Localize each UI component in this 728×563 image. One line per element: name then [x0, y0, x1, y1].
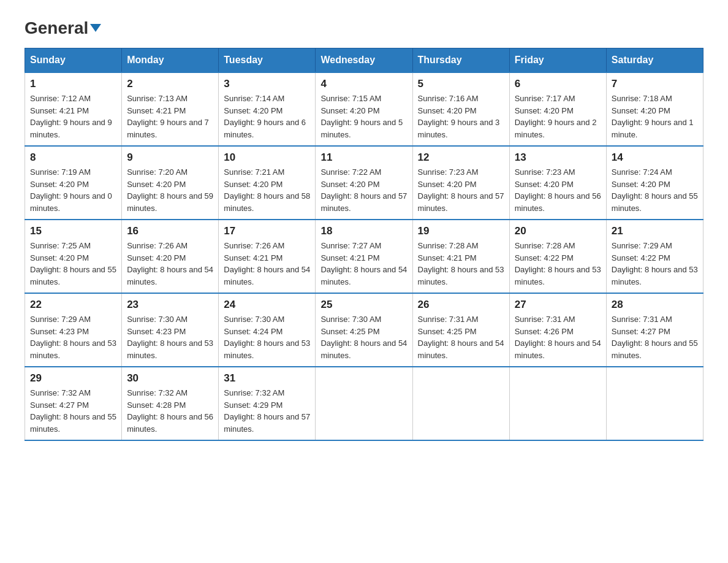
day-info: Sunrise: 7:21 AMSunset: 4:20 PMDaylight:…	[224, 167, 310, 213]
day-info: Sunrise: 7:30 AMSunset: 4:24 PMDaylight:…	[224, 315, 310, 360]
day-number: 12	[418, 151, 504, 164]
calendar-week-row: 8 Sunrise: 7:19 AMSunset: 4:20 PMDayligh…	[25, 146, 703, 220]
weekday-header-tuesday: Tuesday	[219, 48, 316, 73]
calendar-cell: 22 Sunrise: 7:29 AMSunset: 4:23 PMDaylig…	[25, 293, 122, 367]
day-number: 6	[515, 78, 601, 90]
calendar-cell: 3 Sunrise: 7:14 AMSunset: 4:20 PMDayligh…	[219, 72, 316, 146]
logo-triangle-icon	[90, 24, 101, 32]
calendar-week-row: 29 Sunrise: 7:32 AMSunset: 4:27 PMDaylig…	[25, 367, 703, 440]
day-info: Sunrise: 7:14 AMSunset: 4:20 PMDaylight:…	[224, 94, 306, 139]
weekday-header-thursday: Thursday	[412, 48, 509, 73]
calendar-cell	[606, 367, 703, 440]
logo-general-text: General	[25, 18, 88, 38]
day-number: 27	[515, 299, 601, 311]
calendar-cell: 4 Sunrise: 7:15 AMSunset: 4:20 PMDayligh…	[316, 72, 412, 146]
calendar-table: SundayMondayTuesdayWednesdayThursdayFrid…	[25, 48, 703, 441]
calendar-cell: 18 Sunrise: 7:27 AMSunset: 4:21 PMDaylig…	[316, 220, 412, 293]
calendar-cell: 20 Sunrise: 7:28 AMSunset: 4:22 PMDaylig…	[509, 220, 606, 293]
day-number: 25	[320, 299, 407, 311]
weekday-header-friday: Friday	[509, 48, 606, 73]
calendar-cell: 26 Sunrise: 7:31 AMSunset: 4:25 PMDaylig…	[412, 293, 509, 367]
day-info: Sunrise: 7:27 AMSunset: 4:21 PMDaylight:…	[320, 241, 407, 286]
day-info: Sunrise: 7:26 AMSunset: 4:21 PMDaylight:…	[224, 241, 310, 286]
day-info: Sunrise: 7:22 AMSunset: 4:20 PMDaylight:…	[320, 167, 407, 213]
calendar-week-row: 1 Sunrise: 7:12 AMSunset: 4:21 PMDayligh…	[25, 72, 703, 146]
day-info: Sunrise: 7:30 AMSunset: 4:23 PMDaylight:…	[127, 315, 213, 360]
day-number: 17	[224, 225, 310, 237]
day-number: 9	[127, 151, 213, 164]
weekday-header-saturday: Saturday	[606, 48, 703, 73]
calendar-cell	[509, 367, 606, 440]
day-info: Sunrise: 7:19 AMSunset: 4:20 PMDaylight:…	[30, 167, 112, 213]
day-number: 14	[612, 151, 698, 164]
calendar-cell: 10 Sunrise: 7:21 AMSunset: 4:20 PMDaylig…	[219, 146, 316, 220]
calendar-header-row: SundayMondayTuesdayWednesdayThursdayFrid…	[25, 48, 703, 73]
calendar-cell: 14 Sunrise: 7:24 AMSunset: 4:20 PMDaylig…	[606, 146, 703, 220]
calendar-cell: 5 Sunrise: 7:16 AMSunset: 4:20 PMDayligh…	[412, 72, 509, 146]
calendar-cell: 30 Sunrise: 7:32 AMSunset: 4:28 PMDaylig…	[122, 367, 219, 440]
calendar-cell: 9 Sunrise: 7:20 AMSunset: 4:20 PMDayligh…	[122, 146, 219, 220]
day-info: Sunrise: 7:15 AMSunset: 4:20 PMDaylight:…	[320, 94, 403, 139]
day-number: 7	[612, 78, 698, 90]
calendar-cell: 19 Sunrise: 7:28 AMSunset: 4:21 PMDaylig…	[412, 220, 509, 293]
day-number: 5	[418, 78, 504, 90]
day-info: Sunrise: 7:31 AMSunset: 4:26 PMDaylight:…	[515, 315, 601, 360]
weekday-header-sunday: Sunday	[25, 48, 122, 73]
day-info: Sunrise: 7:26 AMSunset: 4:20 PMDaylight:…	[127, 241, 213, 286]
calendar-cell: 6 Sunrise: 7:17 AMSunset: 4:20 PMDayligh…	[509, 72, 606, 146]
calendar-cell: 31 Sunrise: 7:32 AMSunset: 4:29 PMDaylig…	[219, 367, 316, 440]
day-number: 1	[30, 78, 116, 90]
day-number: 18	[320, 225, 407, 237]
calendar-cell: 21 Sunrise: 7:29 AMSunset: 4:22 PMDaylig…	[606, 220, 703, 293]
day-info: Sunrise: 7:31 AMSunset: 4:27 PMDaylight:…	[612, 315, 698, 360]
day-info: Sunrise: 7:12 AMSunset: 4:21 PMDaylight:…	[30, 94, 112, 139]
day-number: 31	[224, 372, 310, 385]
calendar-cell: 13 Sunrise: 7:23 AMSunset: 4:20 PMDaylig…	[509, 146, 606, 220]
day-number: 29	[30, 372, 116, 385]
day-number: 20	[515, 225, 601, 237]
calendar-cell: 17 Sunrise: 7:26 AMSunset: 4:21 PMDaylig…	[219, 220, 316, 293]
calendar-cell: 23 Sunrise: 7:30 AMSunset: 4:23 PMDaylig…	[122, 293, 219, 367]
weekday-header-wednesday: Wednesday	[316, 48, 412, 73]
calendar-cell	[316, 367, 412, 440]
calendar-cell: 29 Sunrise: 7:32 AMSunset: 4:27 PMDaylig…	[25, 367, 122, 440]
day-info: Sunrise: 7:23 AMSunset: 4:20 PMDaylight:…	[418, 167, 504, 213]
day-info: Sunrise: 7:29 AMSunset: 4:22 PMDaylight:…	[612, 241, 698, 286]
day-number: 24	[224, 299, 310, 311]
page-header: General	[25, 18, 703, 36]
day-number: 16	[127, 225, 213, 237]
day-number: 30	[127, 372, 213, 385]
day-info: Sunrise: 7:20 AMSunset: 4:20 PMDaylight:…	[127, 167, 213, 213]
day-number: 22	[30, 299, 116, 311]
calendar-body: 1 Sunrise: 7:12 AMSunset: 4:21 PMDayligh…	[25, 72, 703, 440]
logo: General	[25, 18, 101, 36]
day-number: 11	[320, 151, 407, 164]
calendar-week-row: 22 Sunrise: 7:29 AMSunset: 4:23 PMDaylig…	[25, 293, 703, 367]
day-info: Sunrise: 7:28 AMSunset: 4:21 PMDaylight:…	[418, 241, 504, 286]
day-info: Sunrise: 7:23 AMSunset: 4:20 PMDaylight:…	[515, 167, 601, 213]
day-info: Sunrise: 7:13 AMSunset: 4:21 PMDaylight:…	[127, 94, 209, 139]
day-info: Sunrise: 7:16 AMSunset: 4:20 PMDaylight:…	[418, 94, 500, 139]
day-number: 19	[418, 225, 504, 237]
day-info: Sunrise: 7:28 AMSunset: 4:22 PMDaylight:…	[515, 241, 601, 286]
day-number: 8	[30, 151, 116, 164]
calendar-cell: 12 Sunrise: 7:23 AMSunset: 4:20 PMDaylig…	[412, 146, 509, 220]
day-info: Sunrise: 7:29 AMSunset: 4:23 PMDaylight:…	[30, 315, 116, 360]
calendar-cell: 27 Sunrise: 7:31 AMSunset: 4:26 PMDaylig…	[509, 293, 606, 367]
calendar-cell: 25 Sunrise: 7:30 AMSunset: 4:25 PMDaylig…	[316, 293, 412, 367]
day-number: 4	[320, 78, 407, 90]
day-info: Sunrise: 7:25 AMSunset: 4:20 PMDaylight:…	[30, 241, 116, 286]
calendar-cell: 2 Sunrise: 7:13 AMSunset: 4:21 PMDayligh…	[122, 72, 219, 146]
calendar-cell: 16 Sunrise: 7:26 AMSunset: 4:20 PMDaylig…	[122, 220, 219, 293]
weekday-header-monday: Monday	[122, 48, 219, 73]
calendar-cell: 1 Sunrise: 7:12 AMSunset: 4:21 PMDayligh…	[25, 72, 122, 146]
day-info: Sunrise: 7:31 AMSunset: 4:25 PMDaylight:…	[418, 315, 504, 360]
day-info: Sunrise: 7:24 AMSunset: 4:20 PMDaylight:…	[612, 167, 698, 213]
day-info: Sunrise: 7:18 AMSunset: 4:20 PMDaylight:…	[612, 94, 694, 139]
day-number: 26	[418, 299, 504, 311]
day-number: 13	[515, 151, 601, 164]
calendar-cell	[412, 367, 509, 440]
day-number: 10	[224, 151, 310, 164]
day-info: Sunrise: 7:32 AMSunset: 4:29 PMDaylight:…	[224, 388, 310, 434]
calendar-cell: 28 Sunrise: 7:31 AMSunset: 4:27 PMDaylig…	[606, 293, 703, 367]
